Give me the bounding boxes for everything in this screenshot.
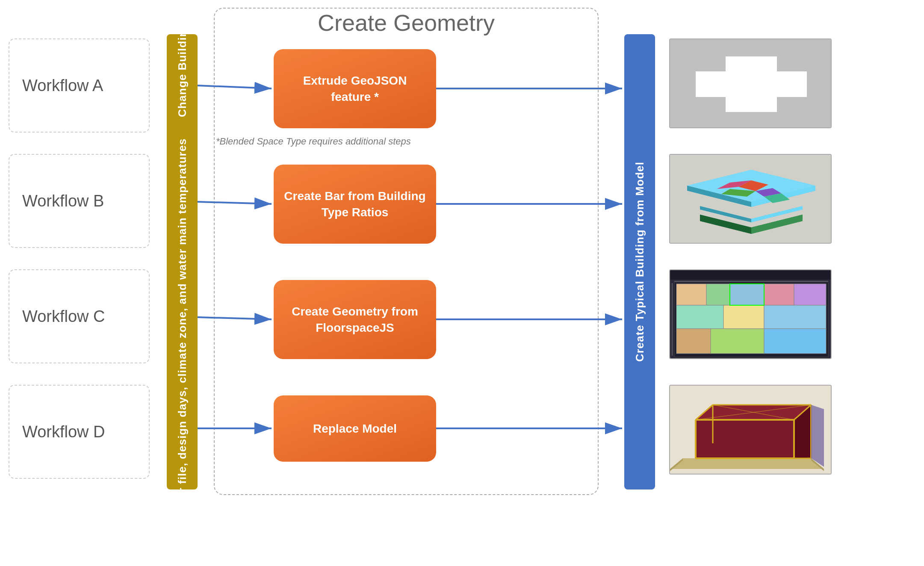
svg-rect-31 xyxy=(676,329,711,354)
image-workflow-d xyxy=(669,385,832,475)
step-box-a: Extrude GeoJSON feature * xyxy=(274,49,436,128)
image-workflow-c xyxy=(669,269,832,359)
workflow-row-c: Workflow C xyxy=(9,269,150,363)
workflow-row-d: Workflow D xyxy=(9,385,150,479)
3d-building-svg xyxy=(670,155,832,244)
step-label-c: Create Geometry from FloorspaceJS xyxy=(274,280,436,359)
create-typical-bar: Create Typical Building from Model xyxy=(624,34,655,489)
svg-marker-38 xyxy=(696,420,794,458)
image-workflow-a xyxy=(669,38,832,128)
workflow-row-a: Workflow A xyxy=(9,38,150,133)
create-geometry-title: Create Geometry xyxy=(214,9,599,36)
step-box-d: Replace Model xyxy=(274,395,436,462)
svg-rect-23 xyxy=(676,284,706,305)
create-typical-label: Create Typical Building from Model xyxy=(633,162,647,362)
change-building-label: Set weather file, design days, climate z… xyxy=(176,0,189,554)
svg-rect-28 xyxy=(676,305,723,329)
svg-rect-3 xyxy=(696,71,807,97)
step-label-b: Create Bar from Building Type Ratios xyxy=(274,165,436,244)
svg-rect-24 xyxy=(706,284,730,305)
svg-rect-29 xyxy=(723,305,764,329)
svg-rect-26 xyxy=(764,284,794,305)
floorspace-svg xyxy=(670,270,832,359)
svg-marker-41 xyxy=(670,458,824,469)
workflow-label-b: Workflow B xyxy=(22,192,104,210)
svg-rect-30 xyxy=(764,305,826,329)
workflow-label-c: Workflow C xyxy=(22,307,105,326)
workflow-row-b: Workflow B xyxy=(9,154,150,248)
svg-rect-25 xyxy=(730,284,764,305)
svg-rect-21 xyxy=(670,270,832,280)
cross-plan-svg xyxy=(670,39,832,128)
step-box-c: Create Geometry from FloorspaceJS xyxy=(274,280,436,359)
step-box-b: Create Bar from Building Type Ratios xyxy=(274,165,436,244)
replace-model-svg xyxy=(670,386,832,475)
change-building-bar: Set weather file, design days, climate z… xyxy=(167,34,198,489)
svg-rect-27 xyxy=(794,284,826,305)
image-workflow-b xyxy=(669,154,832,244)
step-label-d: Replace Model xyxy=(274,395,436,462)
blended-note: *Blended Space Type requires additional … xyxy=(216,136,411,147)
diagram-container: Workflow A Workflow B Workflow C Workflo… xyxy=(0,0,924,566)
svg-rect-32 xyxy=(711,329,764,354)
workflow-label-d: Workflow D xyxy=(22,423,105,441)
svg-marker-56 xyxy=(811,405,824,467)
workflow-label-a: Workflow A xyxy=(22,77,103,95)
step-label-a: Extrude GeoJSON feature * xyxy=(274,49,436,128)
svg-rect-33 xyxy=(764,329,826,354)
